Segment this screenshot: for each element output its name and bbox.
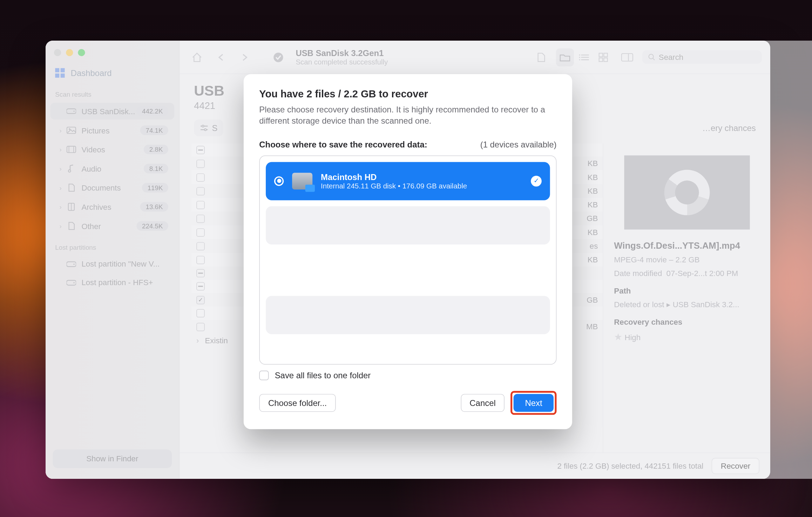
modal-description: Please choose recovery destination. It i…	[259, 104, 556, 126]
save-one-folder-row[interactable]: Save all files to one folder	[259, 371, 556, 380]
internal-disk-icon	[292, 173, 312, 189]
destination-option-placeholder	[266, 296, 550, 334]
destination-meta: Internal 245.11 GB disk • 176.09 GB avai…	[321, 181, 467, 190]
next-button-highlight: Next	[510, 391, 556, 415]
next-button[interactable]: Next	[514, 394, 554, 412]
cancel-button[interactable]: Cancel	[461, 394, 505, 412]
check-circle-icon: ✓	[531, 175, 542, 186]
recover-destination-dialog: You have 2 files / 2.2 GB to recover Ple…	[244, 74, 572, 429]
app-window: Dashboard Scan results USB SanDisk... 44…	[46, 41, 770, 479]
destination-option-macintosh-hd[interactable]: Macintosh HD Internal 245.11 GB disk • 1…	[266, 162, 550, 200]
destination-option-placeholder	[266, 206, 550, 244]
save-one-folder-label: Save all files to one folder	[275, 371, 371, 380]
checkbox-icon[interactable]	[259, 371, 269, 380]
destination-name: Macintosh HD	[321, 172, 467, 181]
choose-folder-button[interactable]: Choose folder...	[259, 394, 336, 412]
choose-destination-label: Choose where to save the recovered data:	[259, 140, 427, 149]
devices-available-label: (1 devices available)	[480, 140, 557, 149]
modal-title: You have 2 files / 2.2 GB to recover	[259, 89, 556, 101]
destinations-list: Macintosh HD Internal 245.11 GB disk • 1…	[259, 155, 556, 364]
radio-selected-icon	[274, 176, 284, 186]
